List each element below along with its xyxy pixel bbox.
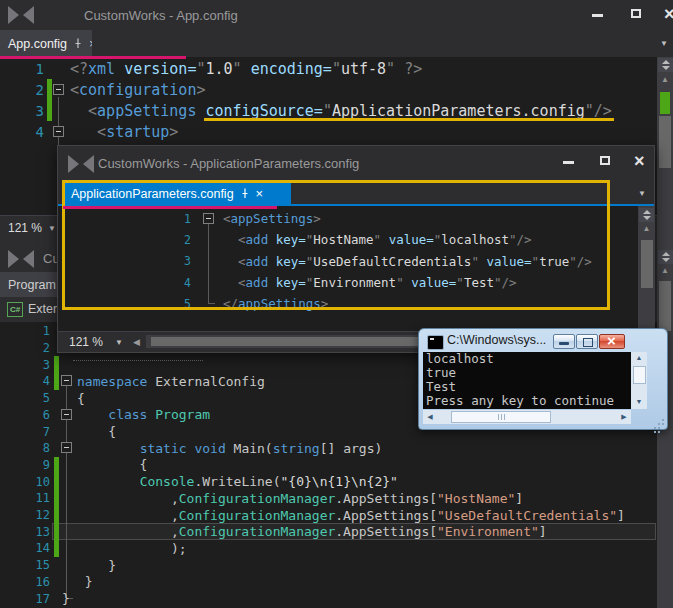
line-number: 8 [0,440,50,457]
line-number: 14 [0,540,50,557]
collapse-toggle-icon[interactable] [61,375,72,386]
overlay-vertical-scrollbar[interactable] [638,206,655,331]
scrollbar-thumb[interactable] [659,281,671,331]
screenshot-root: CustomWorks - App.config App.config × 1<… [0,0,673,608]
change-bar [54,356,59,373]
code-line: 12 ,ConfigurationManager.AppSettings["Us… [0,507,657,524]
code-text: </appSettings> [223,293,328,314]
code-text: class Program [77,407,210,424]
line-number: 5 [0,390,50,407]
code-text: ,ConfigurationManager.AppSettings["UseDe… [77,507,625,524]
scrollbar-thumb[interactable] [151,337,426,346]
line-number: 7 [0,423,50,440]
console-output: localhosttrueTestPress any key to contin… [423,352,631,409]
code-line: 9 { [0,457,657,474]
code-line: 10 Console.WriteLine("{0}\n{1}\n{2}" [0,473,657,490]
code-text: <startup> [70,121,178,142]
collapse-toggle-icon[interactable] [203,213,214,224]
tab-close-icon[interactable]: × [89,39,92,49]
scrollbar-thumb[interactable] [633,366,646,384]
outline-guide-line [208,223,209,303]
line-number: 3 [0,356,50,373]
console-restore-button[interactable] [576,334,598,349]
zoom-dropdown-icon[interactable] [115,338,123,347]
tab-app-config[interactable]: App.config × [0,30,92,57]
console-close-button[interactable] [599,334,625,349]
collapse-toggle-icon[interactable] [53,126,64,137]
scroll-up-icon[interactable]: ▲ [631,354,647,361]
line-number: 5 [58,293,191,314]
tab-application-parameters[interactable]: ApplicationParameters.config × [63,181,291,206]
scrollbar-thumb[interactable] [659,116,671,168]
visual-studio-logo-icon [68,155,94,173]
scrollbar-thumb[interactable] [641,240,653,288]
scroll-up-icon[interactable] [657,75,673,84]
scroll-down-icon[interactable]: ▼ [631,398,647,405]
window-application-parameters: CustomWorks - ApplicationParameters.conf… [57,145,655,353]
tab-close-icon[interactable]: × [256,189,264,199]
minimize-button[interactable] [588,7,610,23]
main-vertical-scrollbar[interactable] [657,57,673,245]
code-text: { [77,423,116,440]
code-text: { [77,390,85,407]
annotation-underline-configsource [204,118,614,121]
overlay-window-title: CustomWorks - ApplicationParameters.conf… [98,156,359,171]
scroll-left-icon[interactable]: ◀ [425,413,435,421]
change-bar [54,457,59,474]
pin-icon[interactable] [240,185,250,203]
code-line: 5</appSettings> [58,293,638,314]
console-vertical-scrollbar[interactable]: ▲ ▼ [631,352,647,409]
line-number: 15 [0,557,50,574]
scroll-up-icon[interactable] [638,224,655,233]
maximize-button[interactable] [627,7,649,23]
close-button[interactable] [630,154,652,170]
code-line: 2<configuration> [0,79,657,100]
code-text: } [77,557,116,574]
console-title: C:\Windows\sys... [447,333,546,347]
line-number: 1 [58,208,191,229]
code-line: 2 <add key="HostName" value="localhost"/… [58,229,638,250]
annotation-underline-parameters-tab [63,206,277,209]
change-mark-green [660,92,670,114]
code-text: static void Main(string[] args) [77,440,382,457]
split-editor-handle[interactable] [639,208,654,222]
code-text: ,ConfigurationManager.AppSettings["Envir… [77,523,547,540]
zoom-level[interactable]: 121 % [8,221,42,235]
main-tab-row: App.config × [0,30,673,57]
change-bar [47,100,52,121]
console-horizontal-scrollbar[interactable]: ◀ ▶ [423,410,631,424]
close-button[interactable] [660,7,673,23]
line-number: 13 [0,523,50,540]
collapsed-region-line [73,360,203,361]
collapse-toggle-icon[interactable] [61,409,72,420]
zoom-dropdown-icon[interactable] [48,224,56,233]
change-bar [54,473,59,490]
code-line: 16 } [0,574,657,591]
pin-icon[interactable] [73,35,83,53]
console-minimize-button[interactable] [553,334,575,349]
code-line: 14 ); [0,540,657,557]
resize-grip[interactable] [653,415,665,426]
collapse-toggle-icon[interactable] [53,84,64,95]
scroll-left-icon[interactable] [133,337,140,347]
line-number: 16 [0,574,50,591]
scroll-up-icon[interactable] [657,266,673,275]
tab-label: App.config [8,37,67,51]
change-bar [54,540,59,557]
scroll-right-icon[interactable]: ▶ [619,413,629,421]
code-line: 1<?xml version="1.0" encoding="utf-8" ?> [0,58,657,79]
code-text: <add key="HostName" value="localhost"/> [223,229,532,250]
maximize-button[interactable] [596,154,618,170]
scrollbar-thumb[interactable] [451,411,551,423]
collapse-toggle-icon[interactable] [61,442,72,453]
change-bar [54,373,59,390]
application-parameters-editor[interactable]: 1<appSettings>2 <add key="HostName" valu… [58,206,638,331]
code-text: <?xml version="1.0" encoding="utf-8" ?> [70,58,422,79]
split-editor-handle[interactable] [658,250,673,264]
document-dropdown-icon[interactable] [660,39,668,48]
document-dropdown-icon[interactable] [638,189,646,198]
zoom-level[interactable]: 121 % [69,335,103,349]
minimize-button[interactable] [559,154,581,170]
split-editor-handle[interactable] [658,58,673,72]
line-number: 2 [0,340,50,357]
